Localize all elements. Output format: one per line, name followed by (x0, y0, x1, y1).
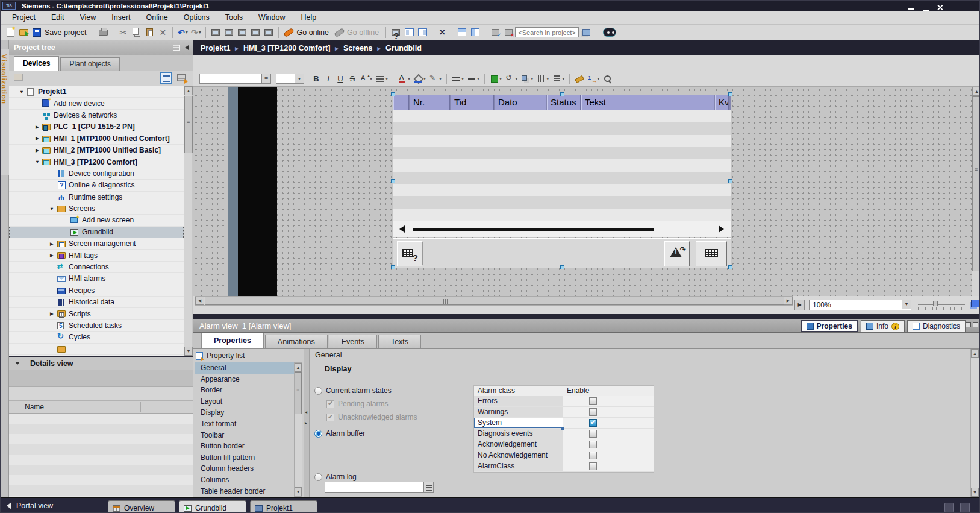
selection-handle[interactable] (391, 265, 395, 269)
tree-item[interactable]: HMI_1 [MTP1000 Unified Comfort] (9, 133, 184, 145)
enable-checkbox[interactable] (589, 441, 597, 448)
bold-button[interactable]: B (311, 73, 322, 85)
expand-arrow-icon[interactable] (34, 159, 40, 165)
tree-item[interactable]: Projekt1 (9, 86, 184, 98)
property-nav-scrollbar[interactable]: ▲ ▼ (294, 362, 302, 497)
tree-item[interactable]: HMI tags (9, 250, 184, 261)
property-nav-item[interactable]: Appearance (195, 374, 294, 385)
go-offline-button[interactable] (332, 26, 346, 39)
enable-column-header[interactable]: Enable (563, 386, 623, 396)
inspector-tab[interactable]: Events (329, 335, 377, 348)
property-nav-item[interactable]: Table header border (195, 486, 294, 497)
property-nav-item[interactable]: Border (195, 385, 294, 396)
alarm-class-name[interactable]: AlarmClass (474, 461, 563, 471)
details-view-toggle-icon[interactable] (160, 72, 172, 84)
font-family-combo[interactable] (199, 74, 262, 84)
display-option[interactable]: Pending alarms (326, 399, 388, 409)
tree-item[interactable]: Historical data (9, 297, 184, 308)
start-cpu-button[interactable] (402, 26, 416, 39)
alarm-view-column-header[interactable]: Kvitt (715, 95, 729, 110)
alarm-view-column-header[interactable]: Tekst (581, 95, 714, 110)
tree-item[interactable]: Devices & networks (9, 110, 184, 121)
redo-button[interactable]: ↷▾ (189, 26, 202, 39)
arrange-button[interactable]: ▾ (520, 73, 534, 85)
scroll-up-icon[interactable]: ▲ (972, 87, 980, 96)
delete-button[interactable]: ✕ (156, 26, 169, 39)
enable-checkbox[interactable] (589, 452, 597, 459)
enable-checkbox[interactable] (589, 462, 597, 470)
distribute-rows-button[interactable]: ▾ (551, 73, 566, 85)
enable-checkbox[interactable] (589, 397, 597, 405)
menu-item[interactable]: Online (139, 11, 176, 24)
background-fill-button[interactable]: ▾ (413, 73, 427, 85)
option-control[interactable] (314, 387, 322, 395)
expand-arrow-icon[interactable] (49, 241, 55, 247)
inspector-side-tab[interactable]: Properties (801, 320, 858, 332)
tray-icon[interactable] (944, 503, 954, 512)
inspector-scrollbar[interactable]: ▲ ▼ (970, 349, 979, 497)
alarm-class-name[interactable]: Acknowledgement (474, 439, 563, 450)
tree-item[interactable]: HMI_3 [TP1200 Comfort] (9, 156, 184, 168)
scroll-thumb[interactable] (205, 297, 784, 305)
upload-button[interactable] (236, 26, 249, 39)
selection-handle[interactable] (560, 265, 564, 269)
scroll-right-page-button[interactable]: ▶ (794, 300, 805, 310)
fit-to-window-icon[interactable] (971, 300, 979, 307)
menu-item[interactable]: Help (293, 11, 324, 24)
split-editor-horizontal-button[interactable] (455, 26, 469, 39)
breadcrumb-item[interactable]: Screens (343, 44, 385, 52)
print-button[interactable] (96, 26, 110, 39)
alarm-class-row[interactable]: No Acknowledgement (474, 450, 654, 461)
tree-item[interactable]: Grundbild (9, 227, 184, 238)
stop-cpu-button[interactable] (416, 26, 429, 39)
tree-item[interactable]: Recipes (9, 285, 184, 297)
scrollbar-thumb[interactable] (413, 228, 654, 231)
alarm-view-column-header[interactable]: Tid (451, 95, 494, 110)
alarm-log-browse-button[interactable] (423, 482, 434, 493)
collapse-panel-icon[interactable] (185, 45, 189, 50)
menu-item[interactable]: Window (251, 11, 293, 24)
selection-handle[interactable] (391, 92, 395, 96)
tree-item[interactable]: Online & diagnostics (9, 180, 184, 191)
option-control[interactable] (326, 414, 334, 421)
object-color-button[interactable]: ▾ (488, 73, 503, 85)
tree-item[interactable]: Add new device (9, 98, 184, 109)
scroll-up-icon[interactable]: ▲ (184, 86, 193, 95)
alarm-class-row[interactable]: Errors (474, 396, 654, 407)
alarm-class-row[interactable]: Acknowledgement (474, 439, 654, 450)
property-nav-item[interactable]: Toolbar (195, 430, 294, 441)
cross-references-button[interactable]: ✕ (435, 26, 449, 39)
alarm-class-name[interactable]: No Acknowledgement (474, 450, 563, 461)
display-option[interactable]: Unacknowledged alarms (326, 412, 417, 422)
scroll-thumb[interactable] (184, 96, 193, 153)
alarm-class-row[interactable]: System (474, 418, 654, 429)
screen-editor-canvas[interactable]: Nr.TidDatoStatusTekstKvitt ↷ (193, 87, 972, 296)
scroll-down-icon[interactable]: ▼ (971, 488, 979, 497)
font-size-dropdown-icon[interactable]: ▼ (295, 74, 304, 84)
alarm-class-row[interactable]: Diagnosis events (474, 429, 654, 439)
search-input[interactable] (515, 27, 579, 37)
canvas-vertical-scrollbar[interactable]: ▲ ▼ (972, 87, 980, 305)
editor-tab[interactable]: Projekt1 (250, 500, 317, 513)
font-list-icon[interactable]: ☰ (262, 74, 271, 84)
copilot-button[interactable] (603, 26, 616, 39)
selection-handle[interactable] (391, 179, 395, 183)
underline-button[interactable]: U (335, 73, 346, 85)
float-inspector-icon[interactable] (966, 322, 971, 327)
menu-item[interactable]: Insert (104, 11, 138, 24)
alarm-list-button[interactable] (696, 241, 727, 266)
split-editor-vertical-button[interactable] (469, 26, 482, 39)
menu-item[interactable]: View (72, 11, 104, 24)
tray-icon[interactable] (960, 503, 970, 512)
tree-item[interactable]: Device configuration (9, 168, 184, 180)
alarm-class-row[interactable]: Warnings (474, 407, 654, 418)
property-nav-item[interactable]: Display (195, 407, 294, 418)
tree-item[interactable]: Screens (9, 203, 184, 215)
tree-item[interactable]: HMI alarms (9, 273, 184, 285)
expand-arrow-icon[interactable] (19, 89, 25, 95)
format-painter-button[interactable] (573, 73, 585, 85)
chevron-down-icon[interactable] (15, 362, 20, 365)
go-offline-label[interactable]: Go offline (347, 28, 379, 37)
zoom-tool-button[interactable] (602, 73, 613, 85)
tree-item[interactable]: PLC_1 [CPU 1515-2 PN] (9, 121, 184, 133)
